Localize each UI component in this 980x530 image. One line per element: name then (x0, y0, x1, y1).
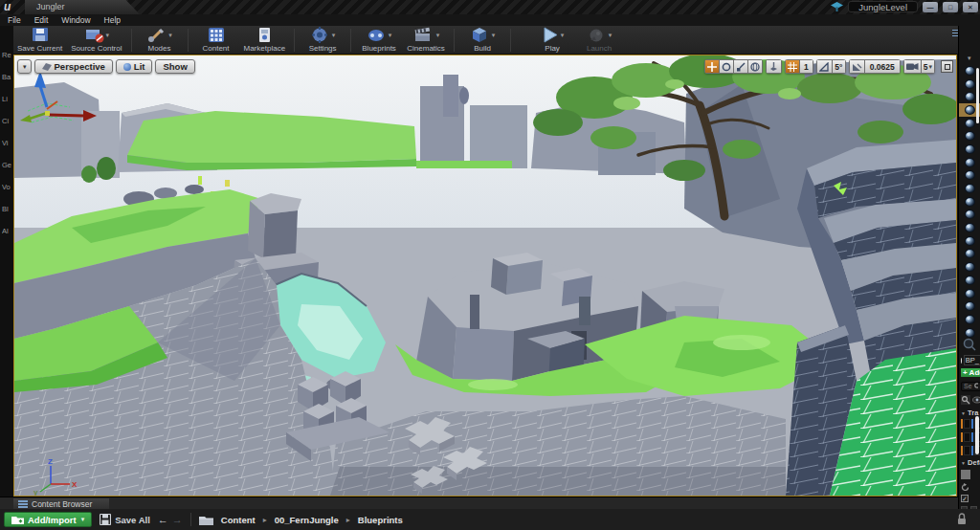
details-scrollbar[interactable] (975, 416, 979, 454)
details-view-options[interactable] (961, 395, 980, 405)
place-tab-lights[interactable]: Li (2, 95, 13, 103)
surface-snap-button[interactable] (766, 59, 782, 74)
source-control-button[interactable]: ▾ Source Control (71, 27, 122, 53)
outliner-visibility-toggle[interactable] (959, 143, 980, 156)
place-tab-recently-placed[interactable]: Re (2, 51, 13, 59)
breadcrumb-blueprints[interactable]: Blueprints (358, 515, 403, 525)
outliner-visibility-toggle[interactable] (959, 234, 980, 248)
camera-speed-value[interactable]: 5▾ (921, 59, 935, 74)
outliner-visibility-toggle[interactable] (959, 169, 980, 183)
translate-tool-button[interactable] (704, 59, 719, 74)
grid-snap-toggle[interactable] (785, 59, 799, 74)
save-current-button[interactable]: Save Current (17, 27, 62, 53)
play-button[interactable]: ▾ Play (533, 27, 571, 53)
play-icon: ▾ (541, 27, 565, 43)
lock-icon[interactable] (957, 513, 967, 525)
scale-tool-button[interactable] (733, 59, 747, 74)
outliner-visibility-toggle[interactable] (959, 209, 980, 222)
outliner-visibility-toggle[interactable] (959, 313, 980, 326)
eye-small-icon (972, 395, 980, 405)
settings-button[interactable]: ▾ Settings (303, 27, 342, 53)
viewport-options-dropdown[interactable]: ▾ (17, 59, 32, 74)
content-browser-icon (207, 27, 226, 43)
rotate-tool-button[interactable] (719, 59, 733, 74)
content-browser-tab-row: Content Browser (0, 497, 958, 509)
perspective-button[interactable]: Perspective (34, 59, 113, 74)
details-checkbox[interactable]: ✓ (961, 495, 980, 503)
menu-help[interactable]: Help (104, 15, 121, 25)
eye-icon (965, 158, 975, 167)
build-button[interactable]: ▾ Build (463, 27, 501, 53)
outliner-visibility-toggle[interactable] (959, 248, 980, 261)
save-all-button[interactable]: Save All (100, 514, 150, 525)
place-tab-visual-effects[interactable]: Vi (2, 139, 13, 147)
place-tab-volumes[interactable]: Vo (2, 183, 13, 191)
marketplace-button[interactable]: Marketplace (244, 27, 286, 53)
grid-snap-value[interactable]: 1 (799, 59, 813, 74)
outliner-visibility-toggle[interactable] (959, 274, 980, 287)
content-browser-toolbar: Add/Import ▾ Save All ← → Content ▸ 00_F… (0, 509, 980, 530)
scale-snap-toggle[interactable] (849, 59, 864, 74)
toolbar-separator (294, 29, 295, 52)
launch-button[interactable]: ▾ Launch (580, 27, 618, 53)
modes-button[interactable]: ▾ Modes (141, 27, 179, 53)
outliner-visibility-toggle[interactable] (959, 221, 980, 234)
content-button[interactable]: Content (197, 27, 235, 53)
default-thumbnail (961, 470, 980, 479)
outliner-visibility-toggle[interactable] (959, 129, 980, 143)
details-search-input[interactable]: Se (961, 382, 980, 391)
rotation-snap-value-label: 5° (835, 62, 842, 72)
place-tab-cinematic[interactable]: Ci (2, 117, 13, 125)
menu-edit[interactable]: Edit (34, 15, 49, 25)
outliner-visibility-toggle[interactable] (959, 299, 980, 313)
place-tab-geometry[interactable]: Ge (2, 161, 13, 169)
camera-speed-button[interactable] (903, 59, 921, 74)
eye-icon (965, 315, 975, 324)
scale-snap-value[interactable]: 0.0625 (864, 59, 901, 74)
outliner-visibility-toggle[interactable] (959, 195, 980, 209)
maximize-button[interactable]: □ (943, 2, 958, 12)
place-tab-blueprints[interactable]: Bl (2, 205, 13, 213)
cinematics-button[interactable]: ▾ Cinematics (407, 27, 445, 53)
save-all-label: Save All (115, 515, 150, 525)
show-menu-button[interactable]: Show (155, 59, 194, 74)
eye-icon (965, 119, 975, 128)
search-placeholder: Se (964, 382, 972, 391)
breadcrumb-fernjungle[interactable]: 00_FernJungle (275, 515, 339, 525)
breadcrumb-content[interactable]: Content (221, 515, 256, 525)
place-tab-basic[interactable]: Ba (2, 73, 13, 81)
add-component-button[interactable]: + Add (961, 368, 980, 377)
place-tab-all-classes[interactable]: Al (2, 227, 13, 235)
close-button[interactable]: ✕ (963, 2, 978, 12)
angle-snap-icon (819, 62, 830, 72)
section-arrow-icon: ▼ (961, 460, 966, 466)
minimize-button[interactable]: — (923, 2, 938, 12)
outliner-visibility-toggle[interactable] (959, 182, 980, 195)
level-viewport[interactable]: Z X y ▾ Perspective Lit Show (13, 55, 957, 497)
lit-mode-button[interactable]: Lit (116, 59, 153, 74)
axis-x-label: X (72, 480, 78, 489)
menu-file[interactable]: File (8, 15, 21, 25)
maximize-viewport-button[interactable] (941, 60, 953, 73)
outliner-visibility-toggle[interactable] (959, 156, 980, 169)
viewport-toolbar-left: ▾ Perspective Lit Show (17, 59, 195, 74)
back-arrow-icon[interactable]: ← (158, 514, 168, 525)
rotation-snap-toggle[interactable] (816, 59, 832, 74)
menu-window[interactable]: Window (61, 15, 90, 25)
outliner-visibility-toggle[interactable] (959, 260, 980, 274)
world-local-toggle[interactable] (747, 59, 763, 74)
viewport-scene[interactable]: Z X y (14, 55, 956, 496)
reset-to-default-button[interactable] (961, 483, 980, 494)
outliner-visibility-toggle[interactable] (959, 287, 980, 300)
details-actor-row[interactable]: BP_ (961, 355, 980, 365)
breadcrumb-separator-icon: ▸ (263, 516, 267, 524)
default-section-header[interactable]: ▼ Defa (961, 458, 980, 467)
rotation-snap-value[interactable]: 5° (832, 59, 846, 74)
tutorial-hat-icon[interactable] (831, 2, 843, 12)
level-tab[interactable]: Jungler (25, 0, 140, 14)
add-import-button[interactable]: Add/Import ▾ (4, 512, 92, 527)
blueprints-button[interactable]: ▾ Blueprints (360, 27, 398, 53)
search-lens-icon[interactable] (963, 338, 976, 351)
outliner-scrollbar[interactable] (976, 68, 979, 123)
forward-arrow-icon[interactable]: → (172, 514, 183, 525)
